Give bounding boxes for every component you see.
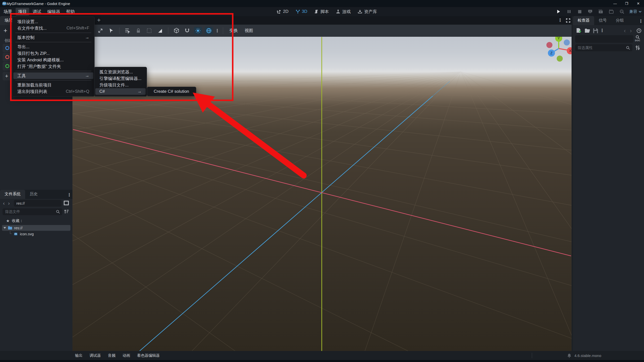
load-resource-icon[interactable] <box>585 28 590 33</box>
lock-icon[interactable] <box>134 27 142 34</box>
inspector-filter-input[interactable]: 筛选属性 <box>575 44 632 51</box>
panel-audio[interactable]: 音频 <box>108 353 115 358</box>
tab-inspector[interactable]: 检查器 <box>573 16 594 25</box>
panel-output[interactable]: 输出 <box>75 353 83 358</box>
menu-bar: 场景 项目 调试 编辑器 帮助 2D 3D 脚本 游戏 资产 <box>0 7 644 16</box>
bottom-panel-bar: 输出 调试器 音频 动画 着色器编辑器 4.6.stable.mono <box>0 351 644 360</box>
menu-debug[interactable]: 调试 <box>30 8 44 16</box>
resource-menu-icon[interactable]: ••• <box>601 28 603 32</box>
local-space-icon[interactable] <box>172 27 180 34</box>
preview-menu-icon[interactable]: ••• <box>217 29 218 32</box>
history-forward-icon[interactable]: › <box>630 28 632 34</box>
play-scene-button[interactable] <box>597 10 604 14</box>
menuitem-tools[interactable]: 工具→ <box>13 72 93 79</box>
menuitem-pack-zip[interactable]: 项目打包为 ZIP... <box>12 50 94 57</box>
new-scene-tab-button[interactable]: + <box>97 17 101 24</box>
window-title: MyGFrameworkGame - Godot Engine <box>7 2 70 6</box>
dock-menu-icon[interactable]: ••• <box>69 193 70 197</box>
sort-icon[interactable] <box>64 209 69 214</box>
tab-groups[interactable]: 分组 <box>611 16 628 25</box>
menu-editor[interactable]: 编辑器 <box>45 8 63 16</box>
history-back-icon[interactable]: ‹ <box>624 28 626 34</box>
dock-menu-icon[interactable]: ••• <box>640 19 641 23</box>
inspector-tools-icon[interactable] <box>635 45 640 50</box>
group-icon[interactable] <box>145 27 153 34</box>
fs-file-row[interactable]: └ icon.svg <box>9 231 34 236</box>
tab-signals[interactable]: 信号 <box>594 16 611 25</box>
history-icon[interactable] <box>636 28 641 33</box>
restore-button[interactable]: ❐ <box>621 0 632 7</box>
select-list-icon[interactable] <box>124 27 132 34</box>
gizmo-neg-z-ball <box>564 39 570 46</box>
movie-maker-button[interactable] <box>619 9 625 14</box>
menuitem-csharp[interactable]: C#→ <box>95 88 146 95</box>
window-bottom-edge <box>0 360 644 362</box>
view-menu[interactable]: 视图 <box>245 28 253 33</box>
renderer-dropdown[interactable]: 兼容 <box>629 9 641 14</box>
stop-button[interactable] <box>576 10 583 13</box>
pause-button[interactable] <box>566 10 572 13</box>
menuitem-project-settings[interactable]: 项目设置... <box>12 18 94 25</box>
fs-back-button[interactable]: ‹ <box>3 200 5 206</box>
menuitem-open-user-data[interactable]: 打开 “用户数据” 文件夹 <box>12 63 94 70</box>
version-info[interactable]: 4.6.stable.mono <box>567 353 601 358</box>
tab-assetlib[interactable]: 资产库 <box>358 9 377 15</box>
new-resource-icon[interactable] <box>576 28 581 33</box>
preview-environment-toggle[interactable] <box>205 27 213 34</box>
svg-text:Y: Y <box>557 36 560 40</box>
play-button[interactable] <box>555 10 562 14</box>
axis-gizmo[interactable]: Y X Z <box>545 35 572 62</box>
object-name-field[interactable] <box>575 35 633 43</box>
menu-scene[interactable]: 场景 <box>1 8 15 16</box>
world-axes <box>72 25 572 351</box>
fs-forward-button[interactable]: › <box>8 200 10 206</box>
menu-separator <box>15 71 91 71</box>
menuitem-reload-project[interactable]: 重新加载当前项目 <box>12 82 94 88</box>
remote-play-button[interactable] <box>587 10 593 14</box>
transform-menu[interactable]: 变换 <box>229 28 238 33</box>
fs-filter-input[interactable]: 筛选文件 <box>3 208 62 215</box>
add-node-button[interactable]: + <box>4 27 7 34</box>
menuitem-export[interactable]: 导出... <box>12 43 94 50</box>
menuitem-quit-to-list[interactable]: 退出到项目列表Ctrl+Shift+Q <box>12 88 94 95</box>
caret-down-icon[interactable] <box>4 227 6 229</box>
save-icon[interactable] <box>593 28 598 33</box>
tab-2d[interactable]: 2D <box>277 9 289 14</box>
tab-script[interactable]: 脚本 <box>314 9 329 15</box>
menu-project[interactable]: 项目 <box>16 8 29 16</box>
menu-help[interactable]: 帮助 <box>64 8 77 16</box>
panel-animation[interactable]: 动画 <box>123 353 130 358</box>
minimize-button[interactable]: — <box>609 0 621 7</box>
tab-3d[interactable]: 3D <box>296 9 307 14</box>
star-icon: ★ <box>6 218 10 223</box>
move-tool-icon[interactable] <box>96 27 104 34</box>
menuitem-create-csharp-solution[interactable]: Create C# solution <box>147 88 196 95</box>
tab-filesystem[interactable]: 文件系统 <box>0 190 25 199</box>
viewport-3d[interactable]: Y X Z ••• 变换 视图 <box>72 25 572 351</box>
panel-debugger[interactable]: 调试器 <box>90 353 101 358</box>
expand-viewport-icon[interactable] <box>566 18 570 23</box>
3d-icon <box>296 9 300 14</box>
scene-tabs-menu-icon[interactable]: ••• <box>559 18 561 22</box>
menuitem-engine-compile-config[interactable]: 引擎编译配置编辑器... <box>94 75 147 82</box>
tab-game[interactable]: 游戏 <box>336 9 351 15</box>
menuitem-find-in-files[interactable]: 在文件中查找...Ctrl+Shift+F <box>12 25 94 31</box>
split-view-icon[interactable] <box>64 200 69 206</box>
close-button[interactable]: ✕ <box>632 0 644 7</box>
panel-shader-editor[interactable]: 着色器编辑器 <box>137 353 160 358</box>
menuitem-android-template[interactable]: 安装 Android 构建模板... <box>12 57 94 63</box>
menu-separator <box>15 80 91 80</box>
open-docs-icon[interactable]: DOC <box>635 35 640 42</box>
play-custom-scene-button[interactable] <box>608 10 615 14</box>
fs-root-row[interactable]: res:// <box>2 225 70 231</box>
tab-history[interactable]: 历史 <box>25 190 42 199</box>
preview-sun-toggle[interactable] <box>194 27 202 34</box>
ruler-icon[interactable] <box>156 27 164 34</box>
fs-path-field[interactable]: res:// <box>14 200 62 207</box>
menu-separator <box>15 33 91 33</box>
menuitem-orphan-explorer[interactable]: 孤立资源浏览器... <box>94 69 147 75</box>
menuitem-upgrade-project[interactable]: 升级项目文件... <box>94 82 147 88</box>
select-tool-icon[interactable] <box>107 27 115 34</box>
snap-icon[interactable] <box>183 27 191 34</box>
menuitem-version-control[interactable]: 版本控制→ <box>12 34 94 41</box>
